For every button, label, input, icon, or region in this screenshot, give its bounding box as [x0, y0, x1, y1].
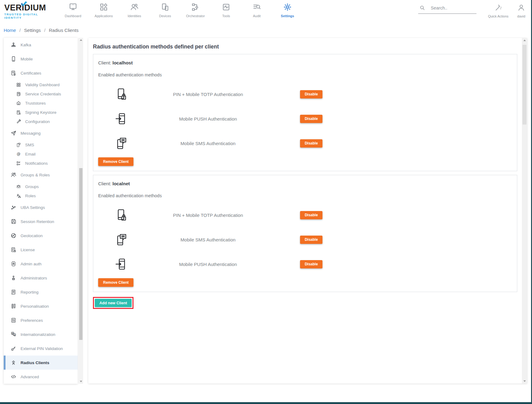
sidebar-item-preferences[interactable]: Preferences: [4, 313, 78, 327]
user-menu[interactable]: david: [512, 4, 531, 18]
sidebar-item-external-pin-validation[interactable]: External PIN Validation: [4, 341, 78, 356]
sidebar-item-groups-roles[interactable]: Groups & Roles: [4, 168, 78, 182]
nav-dashboard[interactable]: Dashboard: [59, 2, 87, 18]
reporting-icon: [10, 289, 17, 295]
sidebar-item-radius-clients[interactable]: Radius Clients: [4, 356, 78, 370]
phone-push-icon: [114, 112, 128, 125]
sidebar-item-license[interactable]: License: [4, 243, 78, 257]
nav-tools[interactable]: Tools: [212, 2, 240, 18]
main-scrollbar[interactable]: [522, 38, 527, 383]
personalisation-icon: [10, 303, 17, 309]
sidebar-item-uba-settings[interactable]: UBA Settings: [4, 200, 78, 214]
sidebar-item-sms[interactable]: SMS: [4, 140, 78, 149]
validity-dashboard-icon: [16, 82, 21, 87]
sidebar-item-personalisation[interactable]: Personalisation: [4, 299, 78, 313]
quick-actions-label: Quick Actions: [484, 14, 512, 18]
notifications-icon: [16, 161, 21, 166]
method-label: PIN + Mobile TOTP Authentication: [128, 92, 288, 97]
svg-text:@: @: [17, 152, 20, 156]
sidebar-item-label: UBA Settings: [21, 205, 45, 210]
sidebar-item-kafka[interactable]: Kafka: [4, 38, 78, 52]
svg-text:A: A: [14, 334, 15, 336]
roles-icon: [16, 193, 21, 198]
method-row-mobile-sms-authentication: Mobile SMS AuthenticationDisable: [93, 227, 517, 252]
sidebar-item-service-credentials[interactable]: Service Credentials: [4, 89, 78, 98]
app-window: VERIDIUM TRUSTED DIGITAL IDENTITY Dashbo…: [0, 0, 532, 404]
nav-devices[interactable]: Devices: [151, 2, 179, 18]
sidebar-item-administrators[interactable]: Administrators: [4, 271, 78, 285]
sidebar-item-certificates[interactable]: Certificates: [4, 66, 78, 80]
sidebar-item-notifications[interactable]: Notifications: [4, 159, 78, 168]
veridium-logo[interactable]: VERIDIUM TRUSTED DIGITAL IDENTITY: [4, 3, 56, 19]
search-box[interactable]: [418, 5, 476, 14]
method-icon-wrap: [114, 87, 128, 101]
settings-icon: [283, 2, 292, 12]
nav-label: Applications: [90, 14, 118, 18]
sidebar-item-mobile[interactable]: Mobile: [4, 52, 78, 66]
disable-button[interactable]: Disable: [300, 211, 322, 219]
sidebar-item-internationalization[interactable]: SAInternationalization: [4, 327, 78, 341]
add-new-client-button[interactable]: Add new Client: [95, 299, 132, 307]
breadcrumb-home[interactable]: Home: [4, 28, 16, 33]
sidebar-item-label: Session Retention: [21, 219, 54, 224]
disable-button[interactable]: Disable: [300, 139, 322, 148]
sidebar-item-reporting[interactable]: Reporting: [4, 285, 78, 299]
settings-sidebar: KafkaMobileCertificatesValidity Dashboar…: [4, 38, 78, 384]
sidebar-item-session-retention[interactable]: Session Retention: [4, 214, 78, 229]
scroll-down-arrow-icon[interactable]: [523, 380, 526, 382]
nav-identities[interactable]: Identities: [121, 2, 148, 18]
configuration-icon: [16, 119, 21, 124]
nav-orchestrator[interactable]: Orchestrator: [182, 2, 209, 18]
sidebar-scrollbar[interactable]: [79, 38, 83, 384]
disable-button[interactable]: Disable: [300, 115, 322, 123]
scroll-down-arrow-icon[interactable]: [80, 381, 82, 382]
nav-applications[interactable]: Applications: [90, 2, 118, 18]
sidebar-item-admin-auth[interactable]: Admin auth: [4, 257, 78, 271]
disable-button[interactable]: Disable: [300, 236, 322, 244]
breadcrumb-settings[interactable]: Settings: [24, 28, 41, 33]
sidebar-item-email[interactable]: @Email: [4, 149, 78, 159]
sms-icon: [16, 142, 21, 148]
sidebar-item-configuration[interactable]: Configuration: [4, 117, 78, 126]
sidebar-item-label: Email: [25, 152, 36, 156]
sidebar-scrollbar-thumb[interactable]: [79, 168, 83, 340]
scroll-up-arrow-icon[interactable]: [80, 39, 82, 41]
phone-sms-icon: [114, 137, 128, 150]
sidebar-item-validity-dashboard[interactable]: Validity Dashboard: [4, 80, 78, 89]
disable-button[interactable]: Disable: [300, 260, 322, 268]
remove-client-button[interactable]: Remove Client: [98, 278, 133, 287]
enabled-methods-label: Enabled authentication methods: [98, 192, 517, 199]
sidebar-item-geolocation[interactable]: Geolocation: [4, 229, 78, 243]
sidebar-item-roles[interactable]: Roles: [4, 191, 78, 200]
external-pin-validation-icon: [10, 345, 17, 352]
sidebar-item-signing-keystore[interactable]: Signing Keystore: [4, 108, 78, 117]
nav-settings[interactable]: Settings: [274, 2, 301, 18]
sidebar-item-messaging[interactable]: Messaging: [4, 126, 78, 140]
dashboard-icon: [68, 2, 78, 12]
search-input[interactable]: [430, 5, 474, 11]
enabled-methods-label: Enabled authentication methods: [98, 71, 517, 78]
service-credentials-icon: [16, 91, 21, 97]
nav-audit[interactable]: Audit: [243, 2, 271, 18]
method-icon-wrap: [114, 136, 128, 150]
audit-icon: [252, 2, 261, 12]
truststores-icon: [16, 101, 21, 106]
sidebar-item-truststores[interactable]: Truststores: [4, 98, 78, 108]
sidebar-item-label: Groups: [25, 184, 39, 189]
remove-client-button[interactable]: Remove Client: [98, 157, 133, 166]
session-retention-icon: [10, 218, 17, 225]
sidebar-item-label: Truststores: [25, 101, 46, 106]
main-scrollbar-thumb[interactable]: [522, 45, 526, 125]
sidebar-item-advanced[interactable]: Advanced: [4, 370, 78, 384]
sidebar-item-label: Administrators: [21, 276, 47, 280]
sidebar-item-label: Certificates: [21, 71, 41, 75]
applications-icon: [99, 2, 108, 12]
quick-actions-button[interactable]: Quick Actions: [484, 4, 512, 18]
sidebar-item-groups[interactable]: Groups: [4, 182, 78, 191]
sidebar-item-label: Radius Clients: [21, 360, 49, 365]
scroll-up-arrow-icon[interactable]: [523, 40, 526, 41]
disable-button[interactable]: Disable: [300, 90, 322, 98]
tools-icon: [222, 2, 231, 12]
sidebar-item-label: Geolocation: [21, 233, 43, 238]
client-name-line: Client:localhost: [98, 59, 517, 67]
